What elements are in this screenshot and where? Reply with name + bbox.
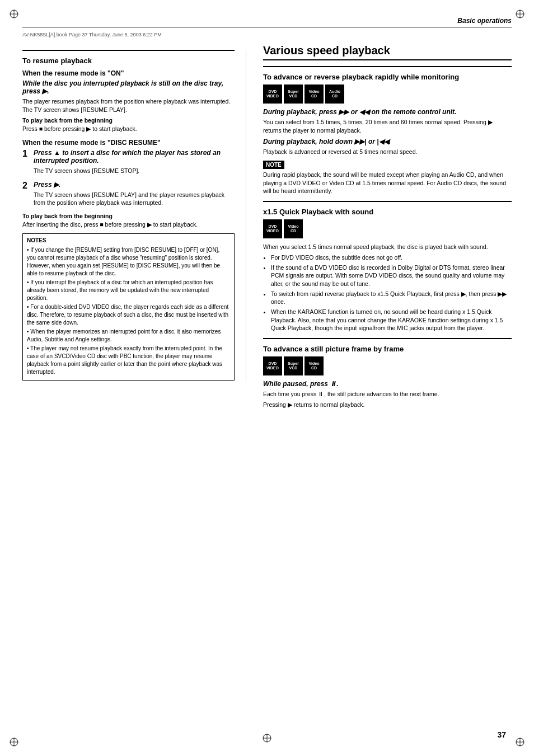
step-1-number: 1 <box>22 149 30 177</box>
still-divider <box>263 338 512 339</box>
notes-box: NOTES • If you change the [RESUME] setti… <box>22 233 235 381</box>
right-section-title: Various speed playback <box>263 44 512 60</box>
page-number: 37 <box>497 730 506 739</box>
still-heading: To advance a still picture frame by fram… <box>263 345 512 353</box>
advance-sub2-heading: During playback, hold down ▶▶| or |◀◀. <box>263 138 512 145</box>
resume-disc-small-heading: To play back from the beginning <box>22 213 235 219</box>
quick-bullet-4: When the KARAOKE function is turned on, … <box>271 308 512 332</box>
notes-title: NOTES <box>27 237 230 245</box>
still-body-2: Pressing ▶ returns to normal playback. <box>263 401 512 409</box>
step-1-body: The TV screen shows [RESUME STOP]. <box>34 167 235 175</box>
note-2: • If you interrupt the playback of a dis… <box>27 279 230 302</box>
quick-badge-dvd-video: DVDVIDEO <box>263 219 282 238</box>
still-badge-video-cd: VideoCD <box>305 356 324 375</box>
corner-mark-bl <box>8 736 20 748</box>
quick-heading: x1.5 Quick Playback with sound <box>263 208 512 216</box>
badge-audio-cd: AudioCD <box>325 84 344 104</box>
step-1-heading: Press ▲ to insert a disc for which the p… <box>34 149 235 165</box>
quick-badges: DVDVIDEO VideoCD <box>263 219 512 238</box>
resume-on-heading: When the resume mode is "ON" <box>22 69 235 77</box>
advance-sub1-body: You can select from 1.5 times, 5 times, … <box>263 118 512 134</box>
badge-dvd-video: DVDVIDEO <box>263 84 282 104</box>
still-badge-super-vcd: SuperVCD <box>284 356 303 375</box>
left-column: To resume playback When the resume mode … <box>22 44 246 411</box>
resume-on-sub-heading: While the disc you interrupted playback … <box>22 79 235 95</box>
left-col-inner: To resume playback When the resume mode … <box>22 50 246 381</box>
advance-divider <box>263 66 512 67</box>
resume-disc-small-body: After inserting the disc, press ■ before… <box>22 220 235 229</box>
resume-on-body: The player resumes playback from the pos… <box>22 97 235 114</box>
quick-bullet-list: For DVD VIDEO discs, the subtitle does n… <box>263 253 512 332</box>
still-badge-dvd-video: DVDVIDEO <box>263 356 282 375</box>
badge-super-vcd: SuperVCD <box>284 84 303 104</box>
bottom-center-cross <box>261 732 273 745</box>
step-1: 1 Press ▲ to insert a disc for which the… <box>22 149 235 177</box>
step-2-heading: Press ▶. <box>34 181 235 189</box>
badge-video-cd: VideoCD <box>305 84 324 104</box>
quick-bullet-1: For DVD VIDEO discs, the subtitle does n… <box>271 253 512 262</box>
advance-sub2-body: Playback is advanced or reversed at 5 ti… <box>263 148 512 156</box>
left-top-divider <box>22 50 235 51</box>
file-path: AV-NK58SL[A].book Page 37 Thursday, June… <box>22 32 512 37</box>
step-2-number: 2 <box>22 181 30 209</box>
quick-bullet-2: If the sound of a DVD VIDEO disc is reco… <box>271 264 512 288</box>
step-2: 2 Press ▶. The TV screen shows [RESUME P… <box>22 181 235 209</box>
note-1: • If you change the [RESUME] setting fro… <box>27 246 230 278</box>
advance-badges: DVDVIDEO SuperVCD VideoCD AudioCD <box>263 84 512 104</box>
step-2-content: Press ▶. The TV screen shows [RESUME PLA… <box>34 181 235 209</box>
note-4: • When the player memorizes an interrupt… <box>27 328 230 344</box>
quick-bullet-3: To switch from rapid reverse playback to… <box>271 290 512 306</box>
advance-note-body: During rapid playback, the sound will be… <box>263 171 512 195</box>
step-2-body: The TV screen shows [RESUME PLAY] and th… <box>34 191 235 207</box>
corner-mark-br <box>514 736 526 748</box>
resume-disc-heading: When the resume mode is "DISC RESUME" <box>22 139 235 147</box>
resume-on-small-heading: To play back from the beginning <box>22 117 235 124</box>
page-container: Basic operations AV-NK58SL[A].book Page … <box>0 0 534 756</box>
quick-divider <box>263 201 512 202</box>
left-section-title: To resume playback <box>22 57 235 65</box>
quick-badge-video-cd: VideoCD <box>284 219 303 238</box>
quick-body: When you select 1.5 times normal speed p… <box>263 243 512 251</box>
advance-note-container: NOTE During rapid playback, the sound wi… <box>263 161 512 195</box>
still-badges: DVDVIDEO SuperVCD VideoCD <box>263 356 512 375</box>
note-3: • For a double-sided DVD VIDEO disc, the… <box>27 303 230 327</box>
resume-on-small-body: Press ■ before pressing ▶ to start playb… <box>22 125 235 133</box>
advance-heading: To advance or reverse playback rapidly w… <box>263 73 512 81</box>
page-header: Basic operations <box>22 17 512 27</box>
corner-mark-tr <box>514 8 526 20</box>
still-body-1: Each time you press ⏸, the still picture… <box>263 390 512 398</box>
note-5: • The player may not resume playback exa… <box>27 345 230 376</box>
note-label: NOTE <box>263 161 284 169</box>
step-1-content: Press ▲ to insert a disc for which the p… <box>34 149 235 177</box>
two-col-layout: To resume playback When the resume mode … <box>22 44 512 411</box>
corner-mark-tl <box>8 8 20 20</box>
right-column: Various speed playback To advance or rev… <box>263 44 512 411</box>
advance-sub1-heading: During playback, press ▶▶ or ◀◀ on the r… <box>263 108 512 116</box>
still-sub-heading: While paused, press ⏸. <box>263 380 512 388</box>
header-title: Basic operations <box>457 17 512 25</box>
